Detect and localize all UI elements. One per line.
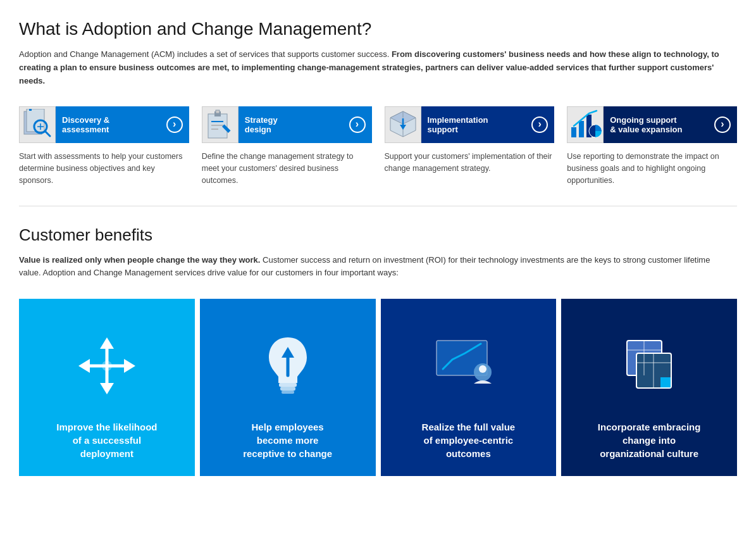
discovery-label-text: Discovery &assessment (62, 115, 109, 134)
employees-icon-area (209, 311, 366, 420)
svg-line-4 (45, 131, 50, 136)
svg-point-40 (479, 365, 486, 373)
culture-icon (617, 334, 681, 398)
culture-icon-area (571, 311, 728, 420)
discovery-arrow (166, 116, 183, 133)
svg-rect-33 (279, 383, 297, 387)
benefit-cards-row: Improve the likelihood of a successful d… (19, 299, 737, 476)
svg-marker-31 (124, 359, 135, 373)
service-cards-row: Discovery &assessment Start with assessm… (19, 106, 737, 186)
svg-rect-21 (579, 121, 584, 137)
card-strategy-header: Strategydesign (202, 106, 372, 143)
implementation-desc: Support your customers' implementation o… (385, 151, 555, 175)
main-title: What is Adoption and Change Management? (19, 19, 737, 39)
svg-rect-2 (29, 109, 32, 111)
card-strategy: Strategydesign Define the change managem… (202, 106, 385, 186)
svg-point-32 (102, 361, 112, 371)
ongoing-desc: Use reporting to demonstrate the impact … (567, 151, 737, 186)
value-icon-area (390, 311, 547, 420)
ongoing-label-text: Ongoing support& value expansion (610, 115, 682, 134)
svg-rect-9 (216, 110, 220, 113)
value-text-line1: Realize the full value (422, 420, 516, 434)
svg-rect-20 (571, 127, 576, 137)
benefit-card-value: Realize the full value of employee-centr… (381, 299, 557, 476)
deployment-text-line3: deployment (56, 447, 157, 460)
culture-text-line2: change into (598, 434, 701, 447)
card-ongoing: Ongoing support& value expansion Use rep… (567, 106, 737, 186)
discovery-icon-box (19, 106, 56, 143)
benefit-card-deployment: Improve the likelihood of a successful d… (19, 299, 195, 476)
deployment-icon (72, 331, 142, 401)
svg-rect-34 (280, 387, 295, 391)
culture-text-line3: organizational culture (598, 447, 701, 460)
discovery-desc: Start with assessments to help your cust… (19, 151, 189, 186)
strategy-arrow (349, 116, 366, 133)
employees-text-line3: receptive to change (243, 447, 332, 460)
benefits-intro-part1: Value is realized only when people chang… (19, 255, 260, 265)
svg-marker-25 (100, 337, 114, 349)
benefits-title: Customer benefits (19, 225, 737, 245)
card-implementation: Implementationsupport Support your custo… (385, 106, 567, 175)
deployment-text: Improve the likelihood of a successful d… (56, 420, 157, 460)
value-text-line3: outcomes (422, 447, 516, 460)
ongoing-icon-box (567, 106, 604, 143)
strategy-icon-box (202, 106, 239, 143)
svg-marker-27 (100, 383, 114, 394)
benefit-card-employees: Help employees become more receptive to … (200, 299, 376, 476)
implementation-label: Implementationsupport (421, 106, 555, 143)
value-text: Realize the full value of employee-centr… (422, 420, 516, 460)
svg-rect-35 (282, 391, 294, 394)
strategy-label: Strategydesign (239, 106, 372, 143)
deployment-text-line1: Improve the likelihood (56, 420, 157, 434)
implementation-arrow (531, 116, 548, 133)
culture-text: Incorporate embracing change into organi… (598, 420, 701, 460)
deployment-text-line2: of a successful (56, 434, 157, 447)
card-ongoing-header: Ongoing support& value expansion (567, 106, 737, 143)
svg-rect-43 (660, 377, 671, 387)
implementation-icon-box (385, 106, 421, 143)
svg-marker-29 (78, 359, 90, 373)
section-adoption-change: What is Adoption and Change Management? … (19, 19, 737, 187)
discovery-label: Discovery &assessment (56, 106, 189, 143)
card-discovery: Discovery &assessment Start with assessm… (19, 106, 202, 186)
implementation-label-text: Implementationsupport (428, 115, 488, 134)
value-text-line2: of employee-centric (422, 434, 516, 447)
strategy-desc: Define the change management strategy to… (202, 151, 372, 186)
value-icon (433, 334, 503, 398)
card-discovery-header: Discovery &assessment (19, 106, 189, 143)
strategy-icon (206, 109, 235, 141)
implementation-icon (387, 108, 419, 141)
deployment-icon-area (28, 311, 185, 420)
benefit-card-culture: Incorporate embracing change into organi… (561, 299, 737, 476)
culture-text-line1: Incorporate embracing (598, 420, 701, 434)
benefits-intro-paragraph: Value is realized only when people chang… (19, 254, 734, 280)
ongoing-arrow (714, 116, 731, 133)
employees-text-line1: Help employees (243, 420, 332, 434)
section-customer-benefits: Customer benefits Value is realized only… (19, 225, 737, 477)
ongoing-label: Ongoing support& value expansion (604, 106, 737, 143)
card-implementation-header: Implementationsupport (385, 106, 555, 143)
intro-part1: Adoption and Change Management (ACM) inc… (19, 49, 389, 59)
employees-text: Help employees become more receptive to … (243, 420, 332, 460)
ongoing-icon (569, 108, 602, 141)
employees-text-line2: become more (243, 434, 332, 447)
intro-paragraph: Adoption and Change Management (ACM) inc… (19, 48, 734, 87)
strategy-label-text: Strategydesign (245, 115, 278, 134)
section-divider (19, 206, 737, 206)
employees-icon (256, 331, 319, 401)
discovery-icon (23, 109, 52, 141)
